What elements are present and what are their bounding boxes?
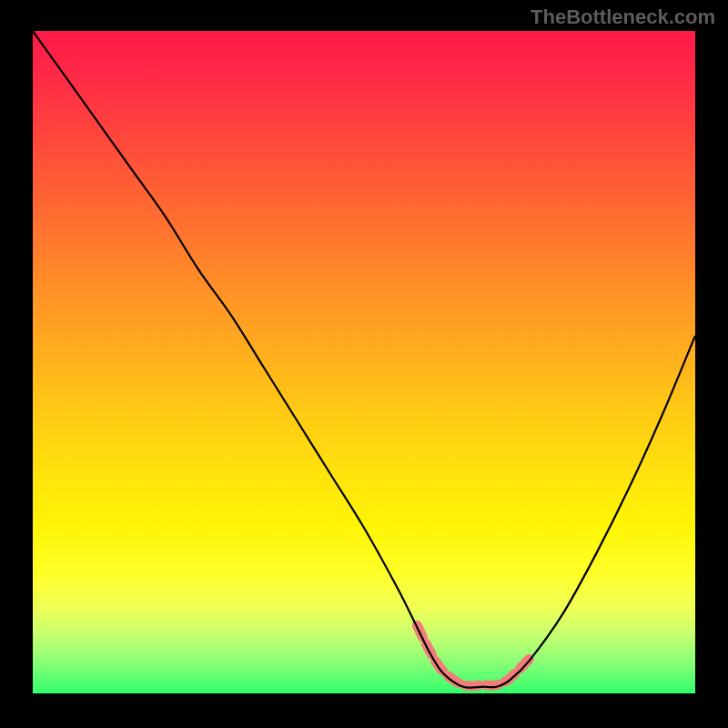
bottleneck-curve xyxy=(33,31,695,688)
plot-area xyxy=(33,31,695,693)
watermark-text: TheBottleneck.com xyxy=(531,5,715,29)
chart-svg xyxy=(33,31,695,693)
